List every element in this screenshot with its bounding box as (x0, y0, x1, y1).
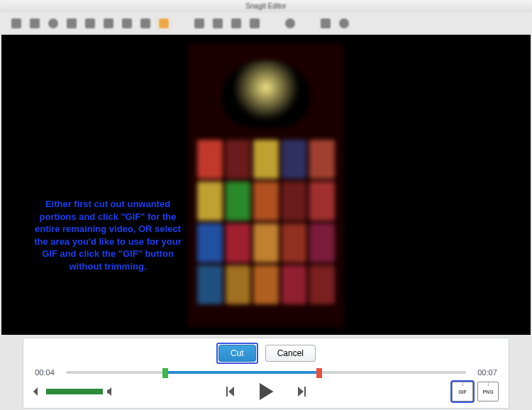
tool-highlight-icon[interactable] (30, 18, 40, 28)
tool-sequence-icon[interactable] (159, 18, 169, 28)
tool-pen-icon[interactable] (67, 18, 77, 28)
tool-selection-icon[interactable] (213, 18, 223, 28)
step-back-button[interactable] (224, 384, 238, 399)
time-start: 00:04 (31, 368, 59, 377)
tool-trim-icon[interactable] (140, 18, 150, 28)
gear-icon[interactable] (339, 18, 349, 28)
timeline-row: 00:04 00:07 (31, 368, 501, 377)
tool-arrow-icon[interactable] (104, 18, 113, 28)
export-buttons: GIF PNG (452, 382, 499, 401)
play-button[interactable] (255, 381, 277, 402)
tool-view-icon[interactable] (194, 18, 204, 28)
tool-page-icon[interactable] (231, 18, 241, 28)
timeline[interactable] (66, 369, 466, 376)
volume-bar[interactable] (46, 389, 103, 394)
tool-select-icon[interactable] (48, 18, 58, 28)
tool-blur-icon[interactable] (321, 18, 331, 28)
preview-content (197, 140, 335, 304)
volume-icon (107, 387, 116, 396)
selection-start-handle[interactable] (162, 368, 168, 378)
tool-search-icon[interactable] (285, 18, 295, 28)
video-controls: Cut Cancel 00:04 00:07 (23, 338, 509, 409)
cut-row: Cut Cancel (31, 343, 501, 364)
step-forward-button[interactable] (294, 384, 308, 399)
video-preview (188, 43, 344, 327)
tool-line-icon[interactable] (85, 18, 95, 28)
export-gif-button[interactable]: GIF (452, 382, 473, 401)
cut-button[interactable]: Cut (218, 345, 256, 362)
cancel-button[interactable]: Cancel (265, 345, 316, 362)
tool-more-icon[interactable] (250, 18, 260, 28)
mute-icon[interactable] (33, 387, 42, 396)
tool-cursor-icon[interactable] (122, 18, 132, 28)
time-end: 00:07 (473, 368, 501, 377)
video-viewer: Either first cut out unwanted portions a… (1, 35, 531, 335)
title-bar: Snagit Editor (0, 0, 532, 13)
instruction-overlay: Either first cut out unwanted portions a… (33, 198, 182, 272)
playback-row: GIF PNG (31, 381, 501, 402)
toolbar (0, 13, 532, 35)
selection-end-handle[interactable] (316, 368, 322, 378)
timeline-selection (166, 371, 318, 374)
tool-draw-icon[interactable] (11, 18, 21, 28)
svg-rect-0 (226, 387, 228, 397)
svg-rect-1 (304, 387, 306, 397)
volume-control[interactable] (33, 387, 116, 396)
export-png-button[interactable]: PNG (477, 382, 499, 401)
controls-area: Cut Cancel 00:04 00:07 (0, 335, 532, 410)
app-window: Snagit Editor Either first cut out unwan… (0, 0, 532, 410)
cut-highlight: Cut (216, 343, 258, 364)
